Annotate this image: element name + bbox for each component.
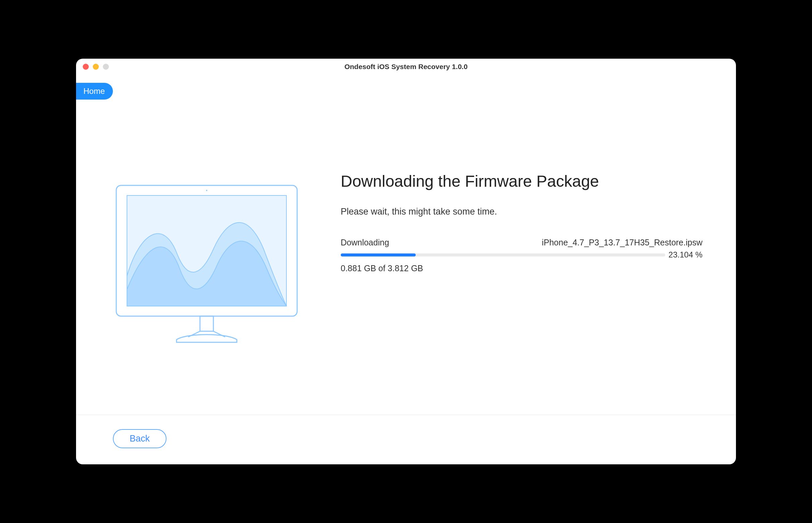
page-heading: Downloading the Firmware Package [341, 172, 702, 191]
titlebar: Ondesoft iOS System Recovery 1.0.0 [76, 59, 736, 75]
minimize-icon[interactable] [93, 64, 99, 70]
window-title: Ondesoft iOS System Recovery 1.0.0 [83, 63, 729, 71]
progress-percent: 23.104 % [668, 250, 702, 259]
content-area: Downloading the Firmware Package Please … [76, 75, 736, 415]
progress-bar [341, 253, 665, 256]
traffic-lights [83, 64, 109, 70]
app-window: Ondesoft iOS System Recovery 1.0.0 Home [76, 59, 736, 464]
close-icon[interactable] [83, 64, 89, 70]
progress-fill [341, 253, 416, 256]
page-subtext: Please wait, this might take some time. [341, 206, 702, 217]
svg-line-4 [213, 331, 225, 337]
progress-labels-row: Downloading iPhone_4.7_P3_13.7_17H35_Res… [341, 238, 702, 248]
footer: Back [76, 415, 736, 464]
download-size: 0.881 GB of 3.812 GB [341, 264, 702, 273]
monitor-illustration [113, 182, 301, 348]
home-tab[interactable]: Home [76, 83, 113, 100]
download-filename: iPhone_4.7_P3_13.7_17H35_Restore.ipsw [542, 238, 702, 248]
svg-line-3 [188, 331, 200, 337]
svg-point-2 [206, 190, 207, 191]
download-status-label: Downloading [341, 238, 389, 248]
back-button[interactable]: Back [113, 429, 167, 448]
maximize-icon[interactable] [103, 64, 109, 70]
info-panel: Downloading the Firmware Package Please … [341, 155, 702, 273]
progress-bar-row: 23.104 % [341, 250, 702, 259]
